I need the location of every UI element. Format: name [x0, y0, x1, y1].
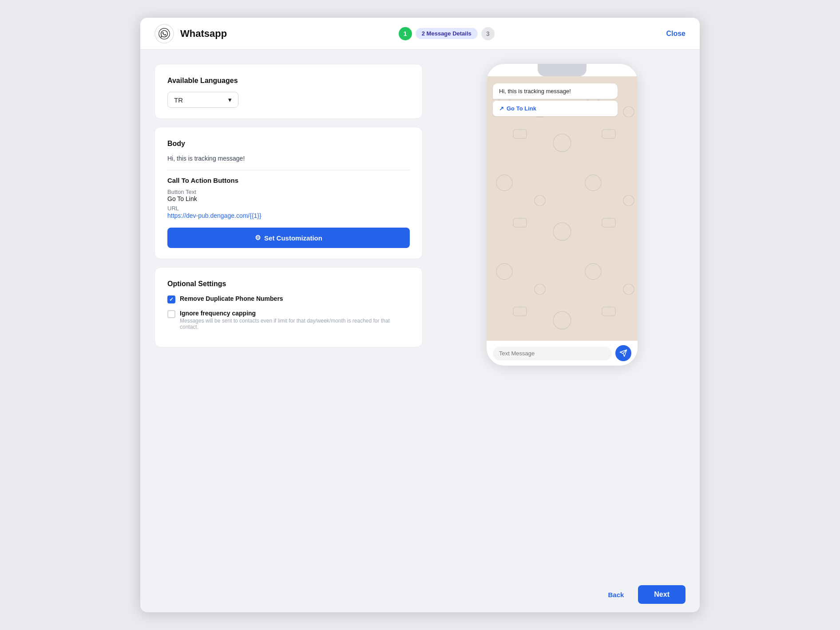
chevron-down-icon: ▾	[228, 96, 232, 104]
step-3-circle: 3	[481, 27, 495, 40]
chat-text-input[interactable]	[493, 346, 612, 360]
url-row: URL https://dev-pub.dengage.com/{{1}}	[167, 205, 410, 220]
modal-header: Whatsapp 1 2 Message Details 3 Close	[140, 18, 700, 50]
step-2-label: 2 Message Details	[416, 28, 478, 39]
remove-duplicate-row: ✓ Remove Duplicate Phone Numbers	[167, 295, 410, 303]
chat-message-text: Hi, this is tracking message!	[499, 88, 571, 94]
ignore-frequency-row: Ignore frequency capping Messages will b…	[167, 310, 410, 330]
ignore-frequency-checkbox[interactable]	[167, 310, 175, 318]
optional-settings-card: Optional Settings ✓ Remove Duplicate Pho…	[155, 267, 423, 347]
app-title: Whatsapp	[180, 28, 227, 39]
button-text-label: Button Text	[167, 189, 410, 195]
right-panel: Hi, this is tracking message! ↗ Go To Li…	[430, 64, 685, 577]
arrow-icon: ↗	[499, 105, 504, 112]
action-button-label: Go To Link	[507, 105, 536, 112]
modal-footer: Back Next	[140, 577, 700, 612]
language-value: TR	[174, 96, 183, 104]
chat-input-bar	[487, 341, 638, 366]
back-button[interactable]: Back	[600, 587, 632, 603]
phone-mockup: Hi, this is tracking message! ↗ Go To Li…	[487, 64, 638, 366]
next-button[interactable]: Next	[638, 585, 685, 604]
whatsapp-logo	[155, 24, 174, 43]
modal-container: Whatsapp 1 2 Message Details 3 Close Ava…	[140, 18, 700, 612]
chat-message-bubble: Hi, this is tracking message!	[493, 83, 618, 99]
button-text-value: Go To Link	[167, 195, 410, 202]
step-1-circle: 1	[399, 27, 412, 40]
url-label: URL	[167, 205, 410, 212]
left-panel: Available Languages TR ▾ Body Hi, this i…	[155, 64, 430, 577]
header-left: Whatsapp	[155, 24, 227, 43]
phone-chat-area: Hi, this is tracking message! ↗ Go To Li…	[487, 76, 638, 341]
button-text-row: Button Text Go To Link	[167, 189, 410, 202]
checkmark-icon: ✓	[169, 296, 174, 303]
ignore-frequency-label: Ignore frequency capping	[180, 310, 410, 317]
body-message-text: Hi, this is tracking message!	[167, 155, 410, 162]
set-customization-label: Set Customization	[264, 234, 322, 242]
remove-duplicate-label: Remove Duplicate Phone Numbers	[180, 295, 283, 302]
url-link[interactable]: https://dev-pub.dengage.com/{{1}}	[167, 212, 262, 219]
available-languages-card: Available Languages TR ▾	[155, 64, 423, 119]
svg-point-0	[159, 28, 170, 39]
send-button[interactable]	[615, 345, 631, 361]
remove-duplicate-checkbox[interactable]: ✓	[167, 295, 175, 303]
cta-section-title: Call To Action Buttons	[167, 177, 410, 184]
available-languages-title: Available Languages	[167, 77, 410, 85]
body-card: Body Hi, this is tracking message! Call …	[155, 127, 423, 259]
body-section-title: Body	[167, 140, 410, 148]
optional-settings-title: Optional Settings	[167, 280, 410, 288]
set-customization-button[interactable]: ⚙ Set Customization	[167, 228, 410, 248]
ignore-frequency-sublabel: Messages will be sent to contacts even i…	[180, 318, 410, 330]
language-select[interactable]: TR ▾	[167, 92, 238, 108]
close-button[interactable]: Close	[666, 30, 685, 38]
body-area: Available Languages TR ▾ Body Hi, this i…	[140, 50, 700, 577]
phone-notch	[538, 64, 586, 76]
chat-action-button[interactable]: ↗ Go To Link	[493, 101, 618, 116]
stepper: 1 2 Message Details 3	[399, 27, 495, 40]
gear-icon: ⚙	[255, 234, 261, 242]
